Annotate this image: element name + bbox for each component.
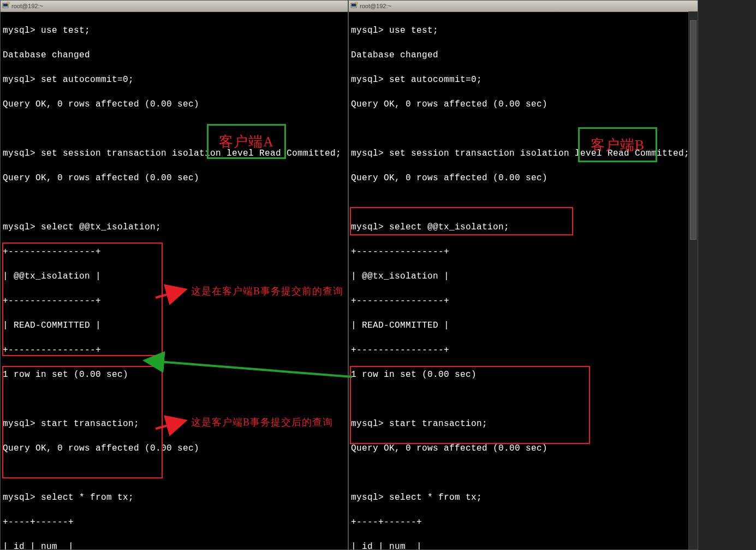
term-line: | @@tx_isolation | — [351, 270, 695, 283]
arrow-red-after — [153, 412, 197, 440]
label-client-a-text: 客户端A — [219, 132, 274, 151]
annot-text-before: 这是在客户端B事务提交前的查询 — [191, 285, 343, 298]
titlebar-text-a: root@192:~ — [11, 3, 43, 9]
term-line: mysql> select @@tx_isolation; — [3, 221, 346, 234]
svg-line-8 — [145, 360, 352, 377]
label-client-b: 客户端B — [578, 127, 657, 162]
scrollbar-b[interactable] — [688, 11, 698, 549]
scrollbar-thumb[interactable] — [690, 20, 697, 240]
titlebar-b[interactable]: root@192:~ — [349, 1, 698, 12]
term-line: mysql> set autocommit=0; — [3, 74, 346, 86]
term-line: Query OK, 0 rows affected (0.00 sec) — [3, 172, 346, 185]
term-line: Database changed — [3, 49, 346, 62]
term-line: Query OK, 0 rows affected (0.00 sec) — [351, 98, 695, 111]
redbox-b-start-transaction — [350, 207, 573, 235]
terminal-body-b[interactable]: mysql> use test; Database changed mysql>… — [349, 12, 698, 550]
term-line: +----------------+ — [351, 246, 695, 258]
terminal-b[interactable]: root@192:~ mysql> use test; Database cha… — [348, 0, 698, 550]
term-line: mysql> set session transaction isolation… — [3, 147, 346, 160]
svg-rect-4 — [352, 4, 356, 7]
putty-icon — [350, 2, 358, 9]
term-line: Query OK, 0 rows affected (0.00 sec) — [3, 98, 346, 111]
term-line: mysql> select * from tx; — [351, 492, 695, 504]
svg-rect-2 — [7, 2, 9, 4]
svg-line-6 — [156, 289, 186, 298]
putty-icon — [2, 2, 10, 9]
term-line: +----+------+ — [3, 516, 346, 529]
titlebar-a[interactable]: root@192:~ — [1, 1, 348, 12]
term-line: mysql> use test; — [3, 25, 346, 37]
term-line — [3, 123, 346, 135]
term-line: | id | num | — [3, 541, 346, 551]
term-line: Query OK, 0 rows affected (0.00 sec) — [351, 172, 695, 185]
svg-rect-5 — [355, 2, 358, 4]
term-line: mysql> use test; — [351, 25, 695, 37]
term-line: mysql> set autocommit=0; — [351, 74, 695, 86]
term-line: Database changed — [351, 49, 695, 62]
term-line: mysql> select * from tx; — [3, 492, 346, 504]
label-client-b-text: 客户端B — [591, 135, 645, 155]
label-client-a: 客户端A — [207, 124, 286, 159]
annot-text-after: 这是客户端B事务提交后的查询 — [191, 416, 333, 429]
redbox-b-update-commit — [350, 366, 590, 444]
term-line: | id | num | — [351, 541, 695, 551]
svg-line-7 — [156, 421, 186, 429]
titlebar-text-b: root@192:~ — [360, 3, 391, 9]
term-line: | READ-COMMITTED | — [351, 320, 695, 332]
term-line — [3, 197, 346, 209]
term-line: +----------------+ — [351, 295, 695, 307]
term-line: +----------------+ — [351, 344, 695, 357]
redbox-a-select-before — [2, 243, 163, 356]
term-line: +----+------+ — [351, 516, 695, 529]
arrow-red-before — [153, 281, 197, 309]
arrow-green — [136, 355, 366, 388]
term-line — [351, 467, 695, 480]
svg-rect-1 — [3, 4, 8, 7]
